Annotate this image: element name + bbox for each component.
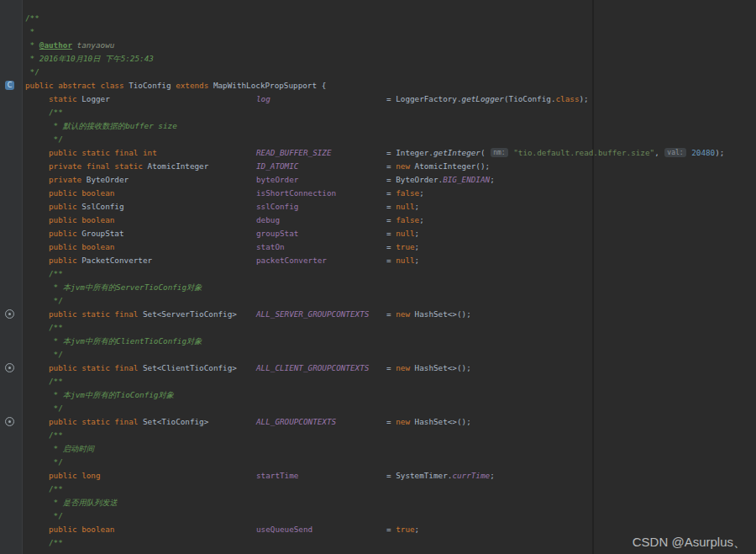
code-token: */ xyxy=(49,457,63,467)
code-line[interactable]: * @author tanyaowu xyxy=(0,39,756,52)
code-token: = xyxy=(386,202,396,211)
code-line[interactable]: private ByteOrderbyteOrder= ByteOrder.BI… xyxy=(0,173,756,187)
code-token: ALL_GROUPCONTEXTS xyxy=(256,417,336,426)
code-token: = LoggerFactory. xyxy=(386,94,462,103)
code-token: BIG_ENDIAN xyxy=(443,175,490,184)
code-token: isShortConnection xyxy=(256,188,336,198)
code-token: log xyxy=(256,94,270,103)
code-token: ; xyxy=(415,229,420,238)
code-line[interactable]: private final static AtomicIntegerID_ATO… xyxy=(0,160,756,173)
code-token: public xyxy=(49,256,81,265)
code-line[interactable]: /** xyxy=(0,267,756,281)
code-token: public long xyxy=(49,471,101,480)
code-column-chunk: sslConfig xyxy=(256,200,298,214)
code-token: byteOrder xyxy=(256,175,298,184)
code-line[interactable]: public SslConfigsslConfig= null; xyxy=(0,200,756,214)
code-token: ; xyxy=(415,242,420,251)
code-column-chunk: log xyxy=(256,92,270,106)
code-column-chunk: = true; xyxy=(386,523,419,536)
code-editor-surface[interactable]: /** * * @author tanyaowu * 2016年10月10日 下… xyxy=(0,12,756,550)
code-column-chunk: statOn xyxy=(256,240,285,254)
code-line[interactable]: public PacketConverterpacketConverter= n… xyxy=(0,254,756,267)
code-column-chunk: = ByteOrder.BIG_ENDIAN; xyxy=(386,173,495,187)
code-token: statOn xyxy=(256,242,285,251)
code-line[interactable]: /** xyxy=(0,429,756,442)
code-line[interactable]: public static final intREAD_BUFFER_SIZE=… xyxy=(0,146,756,160)
code-column-chunk: byteOrder xyxy=(256,173,298,187)
code-token: new xyxy=(396,309,410,319)
code-column-chunk: ALL_CLIENT_GROUPCONTEXTS xyxy=(256,361,369,375)
code-line[interactable]: * 启动时间 xyxy=(0,442,756,456)
code-line[interactable]: */ xyxy=(0,133,756,146)
code-token: groupStat xyxy=(256,229,298,238)
code-line[interactable]: * 本jvm中所有的ClientTioConfig对象 xyxy=(0,335,756,348)
code-token: static xyxy=(49,94,81,103)
code-token: HashSet<>(); xyxy=(410,417,471,426)
code-token: new xyxy=(396,363,410,372)
gutter-ring-icon[interactable] xyxy=(5,363,14,372)
code-token: HashSet<>(); xyxy=(410,309,471,319)
code-token: public static final xyxy=(49,363,143,372)
code-line[interactable]: public booleandebug= false; xyxy=(0,214,756,227)
code-line[interactable]: Cpublic abstract class TioConfig extends… xyxy=(0,79,756,92)
code-token: = xyxy=(386,215,396,224)
code-token: * 本jvm中所有的TioConfig对象 xyxy=(49,390,174,399)
code-line[interactable]: /** xyxy=(0,321,756,335)
code-token: extends xyxy=(176,81,213,90)
code-token: /** xyxy=(49,108,63,117)
code-line[interactable]: */ xyxy=(0,294,756,308)
gutter-ring-icon[interactable] xyxy=(5,309,14,319)
code-token: AtomicInteger xyxy=(148,161,209,171)
code-token: ; xyxy=(419,215,424,224)
code-token: public static final xyxy=(49,417,143,426)
code-line[interactable]: public booleanstatOn= true; xyxy=(0,240,756,254)
code-line[interactable]: /** xyxy=(0,375,756,388)
code-token: = ByteOrder. xyxy=(386,175,443,184)
code-token: TioConfig xyxy=(129,81,176,90)
code-line[interactable]: public static final Set<TioConfig>ALL_GR… xyxy=(0,415,756,429)
code-line[interactable]: * 是否用队列发送 xyxy=(0,496,756,509)
code-line[interactable]: public longstartTime= SystemTimer.currTi… xyxy=(0,469,756,483)
code-line[interactable]: * 本jvm中所有的TioConfig对象 xyxy=(0,388,756,402)
code-token: getInteger xyxy=(433,148,480,157)
code-line[interactable]: public static final Set<ServerTioConfig>… xyxy=(0,308,756,321)
code-line[interactable]: * 默认的接收数据的buffer size xyxy=(0,119,756,133)
gutter-ring-icon[interactable] xyxy=(5,417,14,426)
code-column-chunk: ID_ATOMIC xyxy=(256,160,298,173)
code-token: READ_BUFFER_SIZE xyxy=(256,148,332,157)
code-column-chunk: groupStat xyxy=(256,227,298,240)
code-token: ID_ATOMIC xyxy=(256,161,298,171)
class-gutter-icon[interactable]: C xyxy=(5,81,14,90)
code-token: /** xyxy=(49,269,63,278)
code-line[interactable]: /** xyxy=(0,12,756,25)
code-token: HashSet<>(); xyxy=(410,363,471,372)
code-line[interactable]: static Loggerlog= LoggerFactory.getLogge… xyxy=(0,92,756,106)
code-line[interactable]: public booleanisShortConnection= false; xyxy=(0,187,756,200)
code-column-chunk: startTime xyxy=(256,469,298,483)
code-line[interactable]: * 2016年10月10日 下午5:25:43 xyxy=(0,52,756,66)
code-token: null xyxy=(396,256,414,265)
code-line[interactable]: */ xyxy=(0,402,756,415)
code-line[interactable]: */ xyxy=(0,509,756,523)
code-token: public xyxy=(49,229,81,238)
code-column-chunk: = new HashSet<>(); xyxy=(386,415,471,429)
code-line[interactable]: public GroupStatgroupStat= null; xyxy=(0,227,756,240)
code-line[interactable]: * xyxy=(0,25,756,39)
code-line[interactable]: * 本jvm中所有的ServerTioConfig对象 xyxy=(0,281,756,294)
code-token: sslConfig xyxy=(256,202,298,211)
code-line[interactable]: public static final Set<ClientTioConfig>… xyxy=(0,361,756,375)
code-token: ; xyxy=(415,256,420,265)
code-line[interactable]: */ xyxy=(0,456,756,469)
code-line[interactable]: /** xyxy=(0,106,756,119)
code-token: */ xyxy=(49,511,63,520)
code-token: public static final int xyxy=(49,148,157,157)
code-line[interactable]: */ xyxy=(0,348,756,361)
code-token: = xyxy=(386,242,396,251)
code-column-chunk: = false; xyxy=(386,214,424,227)
code-line[interactable]: /** xyxy=(0,483,756,496)
code-token: startTime xyxy=(256,471,298,480)
code-token: ALL_CLIENT_GROUPCONTEXTS xyxy=(256,363,369,372)
code-token: public xyxy=(49,202,81,211)
code-token: "tio.default.read.buffer.size" xyxy=(509,148,655,157)
code-line[interactable]: */ xyxy=(0,66,756,79)
